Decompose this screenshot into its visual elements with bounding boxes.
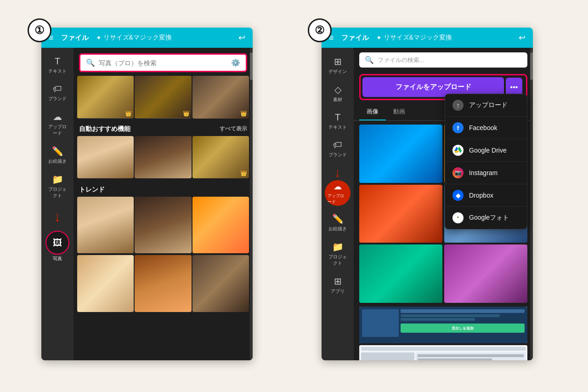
top-image-strip: 👑 👑 👑 (74, 76, 253, 121)
upload-label-2-hl: アップロード (328, 193, 348, 205)
sidebar-item-draw-1[interactable]: ✏️ お絵描き (44, 142, 71, 168)
sidebar-1: T テキスト 🏷 ブランド ☁ アップロード ✏️ お絵描き (41, 48, 74, 360)
sidebar-item-text-2[interactable]: T テキスト (324, 108, 351, 134)
draw-icon-1: ✏️ (52, 146, 63, 157)
sidebar-item-project-2[interactable]: 📁 プロジェクト (324, 238, 351, 270)
sidebar-item-brand-2[interactable]: 🏷 ブランド (324, 136, 351, 162)
trend-cell-6 (192, 255, 249, 312)
sidebar-item-brand-1[interactable]: 🏷 ブランド (44, 80, 71, 106)
filter-icon-1[interactable]: ⚙️ (231, 58, 240, 67)
step-1-circle: ① (28, 18, 51, 42)
apps-icon-2: ⊞ (334, 276, 342, 287)
section-header-auto: 自動おすすめ機能 すべて表示 (74, 121, 253, 136)
file-title-2[interactable]: ファイル (341, 34, 369, 42)
search-icon-2: 🔍 (365, 56, 374, 64)
arrow-down-1: ↓ (50, 205, 65, 229)
thumb-5 (359, 244, 442, 303)
upload-label-1: アップロード (46, 124, 68, 136)
tab-videos[interactable]: 動画 (386, 104, 413, 120)
file-title-1[interactable]: ファイル (61, 34, 89, 42)
content-area-2: ⊞ デザイン ◇ 素材 T テキスト 🏷 ブランド (322, 48, 533, 360)
undo-btn-1[interactable]: ↩ (238, 33, 245, 43)
search-input-1[interactable] (99, 59, 227, 67)
thumb-6 (444, 244, 527, 303)
material-label-2: 素材 (333, 97, 342, 103)
crown-2: 👑 (183, 110, 190, 117)
tab-images[interactable]: 画像 (359, 104, 386, 120)
upload-icon-1: ☁ (53, 111, 62, 122)
sidebar-item-photos-wrapper: 🖼 写真 (45, 231, 69, 262)
facebook-icon-dd: f (452, 122, 464, 133)
brand-icon-1: 🏷 (53, 84, 62, 94)
magic-label-2[interactable]: ✦ リサイズ&マジック変換 (376, 34, 452, 42)
scrollbar-thumb-1[interactable] (250, 52, 253, 80)
photo-cell-3: 👑 (192, 76, 249, 119)
upload-highlight-wrapper: ↓ ☁ アップロード (325, 165, 351, 206)
search-placeholder-2: ファイルの検索... (378, 56, 424, 64)
main-panel-2: 🔍 ファイルの検索... ファイルをアップロード ••• 画像 (354, 48, 533, 360)
panel-1: ① このページを再読み込みします ≡ ファイル ✦ リサイズ&マジック変換 ↩ … (28, 18, 280, 360)
text-label-2: テキスト (328, 124, 347, 131)
dropdown-menu-2: ↑ アップロード f Facebook Google Drive (445, 94, 527, 229)
project-label-2: プロジェクト (327, 254, 349, 267)
thumb-1 (359, 125, 442, 183)
sidebar-item-text-1[interactable]: T テキスト (44, 52, 71, 78)
app-frame-1: このページを再読み込みします ≡ ファイル ✦ リサイズ&マジック変換 ↩ T … (41, 28, 253, 360)
undo-btn-2[interactable]: ↩ (519, 33, 526, 43)
sidebar-item-draw-2[interactable]: ✏️ お絵描き (324, 210, 351, 236)
search-container-2: 🔍 ファイルの検索... (354, 48, 533, 70)
photo-cell-2: 👑 (135, 76, 191, 119)
draw-label-1: お絵描き (48, 158, 67, 165)
step-2-circle: ② (308, 18, 332, 42)
trend-cell-5 (135, 255, 191, 312)
scrollbar-2[interactable] (530, 48, 533, 360)
dropdown-gdrive[interactable]: Google Drive (445, 139, 527, 162)
photos-icon-1: 🖼 (53, 238, 62, 248)
trends-grid-row1 (74, 197, 253, 253)
auto-cell-1 (77, 136, 134, 179)
app-frame-2: ≡ ファイル ✦ リサイズ&マジック変換 ↩ ⊞ デザイン ◇ (322, 28, 533, 360)
auto-recommend-title: 自動おすすめ機能 (79, 125, 130, 133)
instagram-icon-dd: 📷 (452, 167, 464, 178)
doc-mini-2: 見出しを追加 (359, 345, 527, 360)
arrow-down-2: ↓ (334, 165, 341, 180)
dropdown-instagram[interactable]: 📷 Instagram (445, 162, 527, 184)
sidebar-item-upload-2-highlighted[interactable]: ☁ アップロード (325, 180, 351, 206)
dropbox-icon-dd: ◆ (452, 190, 464, 201)
sidebar-item-photos-1[interactable]: 🖼 (45, 231, 69, 255)
sidebar-item-project-1[interactable]: 📁 プロジェクト (44, 170, 71, 203)
crown-3: 👑 (240, 110, 247, 117)
doc-screenshot-1: 見出しを追加 (359, 307, 527, 343)
brand-label-1: ブランド (48, 96, 67, 102)
dropdown-upload[interactable]: ↑ アップロード (445, 94, 527, 117)
dropdown-gphotos[interactable]: Googleフォト (445, 207, 527, 229)
scrollbar-thumb-2[interactable] (530, 52, 533, 80)
panel-2: ② ≡ ファイル ✦ リサイズ&マジック変換 ↩ ⊞ デザイン (308, 18, 560, 360)
magic-label-1[interactable]: ✦ リサイズ&マジック変換 (96, 34, 172, 42)
section-header-trends: トレンド (74, 182, 253, 197)
draw-label-2: お絵描き (328, 226, 347, 232)
doc-mini-1: 見出しを追加 (359, 307, 527, 343)
sidebar-item-design-2[interactable]: ⊞ デザイン (324, 52, 351, 79)
crown-1: 👑 (125, 110, 132, 117)
magic-icon-2: ✦ (376, 34, 382, 41)
view-all-btn[interactable]: すべて表示 (220, 125, 247, 133)
content-area-1: T テキスト 🏷 ブランド ☁ アップロード ✏️ お絵描き (41, 48, 253, 360)
photo-cell-1: 👑 (77, 76, 134, 119)
upload-icon-2-hl: ☁ (334, 182, 342, 192)
dropdown-dropbox[interactable]: ◆ Dropbox (445, 184, 527, 207)
gdrive-dd-label: Google Drive (469, 147, 507, 154)
scrollbar-1[interactable] (250, 48, 253, 360)
sidebar-item-apps-2[interactable]: ⊞ アプリ (324, 272, 351, 298)
dropdown-facebook[interactable]: f Facebook (445, 117, 527, 139)
text-icon-1: T (55, 56, 60, 67)
sidebar-item-upload-1[interactable]: ☁ アップロード (44, 108, 71, 140)
trend-cell-4 (77, 255, 134, 312)
gphotos-dd-label: Googleフォト (469, 214, 509, 222)
design-label-2: デザイン (328, 68, 347, 75)
sidebar-item-material-2[interactable]: ◇ 素材 (324, 80, 351, 107)
design-icon-2: ⊞ (334, 56, 342, 67)
material-icon-2: ◇ (334, 84, 341, 95)
dropbox-dd-label: Dropbox (469, 192, 493, 199)
search-container-1: 🔍 ⚙️ (74, 48, 253, 76)
